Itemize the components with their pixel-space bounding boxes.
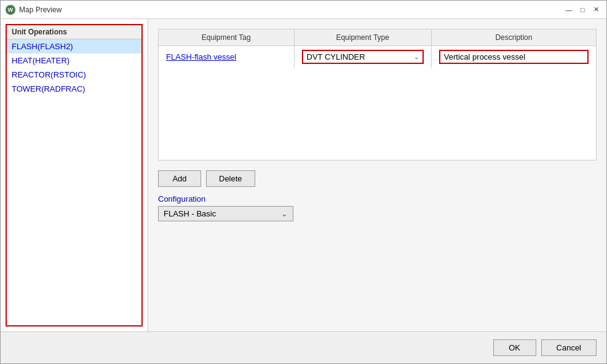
equipment-tag-cell[interactable]: FLASH-flash vessel (159, 46, 294, 68)
cancel-button[interactable]: Cancel (541, 339, 597, 356)
title-bar-left: W Map Preview (6, 5, 61, 15)
configuration-dropdown[interactable]: FLASH - Basic ⌄ (158, 206, 293, 221)
equipment-table: Equipment Tag Equipment Type Description… (159, 30, 596, 160)
col-header-description: Description (431, 30, 596, 46)
unit-operations-box: Unit Operations FLASH(FLASH2) HEAT(HEATE… (6, 24, 143, 326)
flash-link[interactable]: FLASH(FLASH2) (12, 42, 73, 51)
configuration-value: FLASH - Basic (164, 209, 216, 218)
configuration-label: Configuration (158, 194, 597, 204)
list-item[interactable]: TOWER(RADFRAC) (7, 82, 141, 96)
left-panel: Unit Operations FLASH(FLASH2) HEAT(HEATE… (1, 19, 148, 331)
equipment-type-value: DVT CYLINDER (307, 52, 365, 61)
title-bar: W Map Preview — □ ✕ (1, 1, 606, 19)
table-row: FLASH-flash vessel DVT CYLINDER ⌄ Vertic… (159, 46, 596, 68)
main-window: W Map Preview — □ ✕ Unit Operations FLAS… (0, 0, 607, 364)
list-item[interactable]: HEAT(HEATER) (7, 53, 141, 68)
configuration-section: Configuration FLASH - Basic ⌄ (158, 194, 597, 221)
add-button[interactable]: Add (158, 170, 201, 187)
close-button[interactable]: ✕ (590, 4, 601, 15)
tower-link[interactable]: TOWER(RADFRAC) (12, 84, 85, 93)
col-header-type: Equipment Type (294, 30, 431, 46)
equipment-type-cell: DVT CYLINDER ⌄ (294, 46, 431, 68)
window-title: Map Preview (19, 6, 61, 14)
equipment-tag-link[interactable]: FLASH-flash vessel (166, 52, 236, 61)
heat-link[interactable]: HEAT(HEATER) (12, 56, 69, 65)
list-item[interactable]: REACTOR(RSTOIC) (7, 68, 141, 82)
table-spacer-row (159, 68, 596, 160)
footer: OK Cancel (1, 331, 606, 363)
window-content: Unit Operations FLASH(FLASH2) HEAT(HEATE… (1, 19, 606, 331)
equipment-table-container: Equipment Tag Equipment Type Description… (158, 29, 597, 160)
equipment-type-dropdown[interactable]: DVT CYLINDER ⌄ (302, 50, 424, 64)
unit-operations-header: Unit Operations (7, 25, 141, 39)
maximize-button[interactable]: □ (577, 4, 588, 15)
chevron-down-icon: ⌄ (281, 209, 288, 218)
action-buttons-row: Add Delete (158, 170, 597, 187)
delete-button[interactable]: Delete (206, 170, 255, 187)
equipment-description-value: Vertical process vessel (439, 50, 589, 64)
table-spacer (159, 68, 596, 160)
ok-button[interactable]: OK (493, 339, 536, 356)
unit-operations-list: FLASH(FLASH2) HEAT(HEATER) REACTOR(RSTOI… (7, 39, 141, 325)
title-bar-controls: — □ ✕ (563, 4, 601, 15)
reactor-link[interactable]: REACTOR(RSTOIC) (12, 70, 86, 79)
col-header-tag: Equipment Tag (159, 30, 294, 46)
minimize-button[interactable]: — (563, 4, 574, 15)
list-item[interactable]: FLASH(FLASH2) (7, 39, 141, 53)
chevron-down-icon: ⌄ (414, 53, 419, 60)
right-panel: Equipment Tag Equipment Type Description… (148, 19, 606, 331)
equipment-description-cell: Vertical process vessel (431, 46, 596, 68)
app-icon: W (6, 5, 15, 15)
